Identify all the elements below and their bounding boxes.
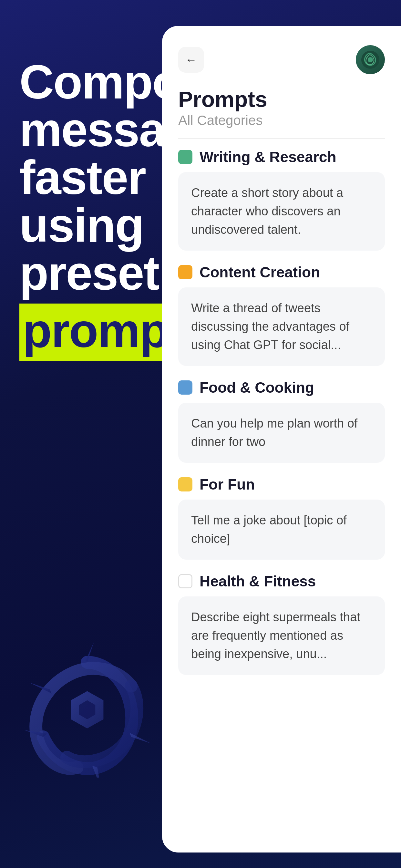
content-prompt-text: Write a thread of tweets discussing the …: [191, 301, 349, 352]
health-category-label: Health & Fitness: [199, 572, 316, 590]
phone-header: ←: [162, 45, 401, 74]
content-dot-icon: [178, 265, 192, 279]
content-prompt-card[interactable]: Write a thread of tweets discussing the …: [178, 287, 385, 366]
content-category-label: Content Creation: [199, 264, 320, 281]
prompts-title: Prompts: [178, 87, 385, 112]
category-header-content: Content Creation: [178, 264, 385, 281]
logo-3d: [19, 642, 155, 778]
category-writing-research: Writing & Research Create a short story …: [162, 148, 401, 251]
writing-category-label: Writing & Research: [199, 148, 336, 166]
category-content-creation: Content Creation Write a thread of tweet…: [162, 264, 401, 366]
category-health-fitness: Health & Fitness Describe eight supermea…: [162, 572, 401, 675]
health-prompt-text: Describe eight supermeals that are frequ…: [191, 610, 360, 661]
prompts-section: Prompts All Categories: [162, 87, 401, 128]
food-prompt-text: Can you help me plan worth of dinner for…: [191, 416, 358, 448]
food-prompt-card[interactable]: Can you help me plan worth of dinner for…: [178, 403, 385, 463]
prompts-subtitle: All Categories: [178, 113, 385, 128]
health-prompt-card[interactable]: Describe eight supermeals that are frequ…: [178, 596, 385, 675]
category-header-writing: Writing & Research: [178, 148, 385, 166]
phone-panel: ← Prompts All Categories Writing & Resea…: [162, 26, 401, 852]
fun-category-label: For Fun: [199, 476, 255, 493]
category-header-food: Food & Cooking: [178, 379, 385, 396]
writing-dot-icon: [178, 150, 192, 164]
health-dot-icon: [178, 574, 192, 588]
app-icon: [356, 45, 385, 74]
category-header-health: Health & Fitness: [178, 572, 385, 590]
hero-text: Compose messages faster using preset: [19, 58, 168, 297]
writing-prompt-text: Create a short story about a character w…: [191, 186, 343, 237]
category-for-fun: For Fun Tell me a joke about [topic of c…: [162, 476, 401, 560]
left-panel: Compose messages faster using preset pro…: [0, 0, 187, 868]
food-dot-icon: [178, 380, 192, 395]
phone-content: ← Prompts All Categories Writing & Resea…: [162, 26, 401, 852]
back-button[interactable]: ←: [178, 47, 204, 73]
section-divider: [178, 138, 385, 138]
fun-prompt-card[interactable]: Tell me a joke about [topic of choice]: [178, 500, 385, 560]
svg-point-3: [368, 57, 373, 62]
fun-dot-icon: [178, 477, 192, 492]
category-header-fun: For Fun: [178, 476, 385, 493]
category-food-cooking: Food & Cooking Can you help me plan wort…: [162, 379, 401, 463]
back-arrow-icon: ←: [185, 53, 197, 66]
food-category-label: Food & Cooking: [199, 379, 314, 396]
writing-prompt-card[interactable]: Create a short story about a character w…: [178, 172, 385, 251]
fun-prompt-text: Tell me a joke about [topic of choice]: [191, 514, 347, 546]
